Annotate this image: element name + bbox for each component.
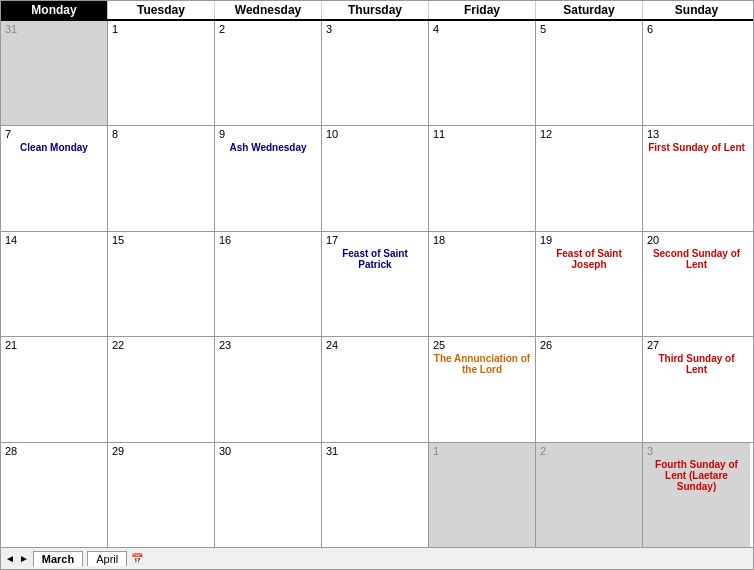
calendar-cell[interactable]: 9Ash Wednesday bbox=[215, 126, 322, 230]
calendar-event[interactable]: Feast of Saint Patrick bbox=[326, 248, 424, 270]
calendar-cell[interactable]: 10 bbox=[322, 126, 429, 230]
calendar-cell[interactable]: 31 bbox=[1, 21, 108, 125]
day-number: 29 bbox=[112, 445, 124, 457]
day-number: 1 bbox=[112, 23, 118, 35]
day-number: 6 bbox=[647, 23, 653, 35]
day-header-sunday: Sunday bbox=[643, 1, 750, 19]
calendar-header: MondayTuesdayWednesdayThursdayFridaySatu… bbox=[1, 1, 753, 21]
day-number: 22 bbox=[112, 339, 124, 351]
calendar-cell[interactable]: 17Feast of Saint Patrick bbox=[322, 232, 429, 336]
calendar-cell[interactable]: 19Feast of Saint Joseph bbox=[536, 232, 643, 336]
calendar-cell[interactable]: 24 bbox=[322, 337, 429, 441]
calendar-event[interactable]: The Annunciation of the Lord bbox=[433, 353, 531, 375]
day-number: 25 bbox=[433, 339, 445, 351]
prev-nav[interactable]: ◄ bbox=[5, 553, 15, 564]
calendar-event[interactable]: Fourth Sunday of Lent (Laetare Sunday) bbox=[647, 459, 746, 492]
day-number: 3 bbox=[647, 445, 653, 457]
calendar-event[interactable]: Second Sunday of Lent bbox=[647, 248, 746, 270]
calendar-event[interactable]: Third Sunday of Lent bbox=[647, 353, 746, 375]
day-number: 28 bbox=[5, 445, 17, 457]
calendar-cell[interactable]: 4 bbox=[429, 21, 536, 125]
next-nav[interactable]: ► bbox=[19, 553, 29, 564]
day-number: 21 bbox=[5, 339, 17, 351]
day-header-thursday: Thursday bbox=[322, 1, 429, 19]
calendar-cell[interactable]: 1 bbox=[108, 21, 215, 125]
day-number: 7 bbox=[5, 128, 11, 140]
calendar-cell[interactable]: 14 bbox=[1, 232, 108, 336]
day-number: 2 bbox=[540, 445, 546, 457]
day-number: 15 bbox=[112, 234, 124, 246]
calendar-cell[interactable]: 31 bbox=[322, 443, 429, 547]
calendar-footer: ◄ ► March April 📅 bbox=[1, 547, 753, 569]
day-number: 11 bbox=[433, 128, 445, 140]
day-header-wednesday: Wednesday bbox=[215, 1, 322, 19]
day-number: 14 bbox=[5, 234, 17, 246]
tab-april[interactable]: April bbox=[87, 551, 127, 566]
calendar-event[interactable]: First Sunday of Lent bbox=[647, 142, 746, 153]
calendar-cell[interactable]: 1 bbox=[429, 443, 536, 547]
calendar-cell[interactable]: 28 bbox=[1, 443, 108, 547]
day-header-tuesday: Tuesday bbox=[108, 1, 215, 19]
calendar-cell[interactable]: 29 bbox=[108, 443, 215, 547]
day-number: 8 bbox=[112, 128, 118, 140]
calendar-cell[interactable]: 26 bbox=[536, 337, 643, 441]
calendar-cell[interactable]: 12 bbox=[536, 126, 643, 230]
calendar-cell[interactable]: 25The Annunciation of the Lord bbox=[429, 337, 536, 441]
calendar-cell[interactable]: 15 bbox=[108, 232, 215, 336]
calendar-cell[interactable]: 22 bbox=[108, 337, 215, 441]
day-header-friday: Friday bbox=[429, 1, 536, 19]
calendar-cell[interactable]: 13First Sunday of Lent bbox=[643, 126, 750, 230]
day-number: 24 bbox=[326, 339, 338, 351]
day-number: 9 bbox=[219, 128, 225, 140]
day-header-monday: Monday bbox=[1, 1, 108, 19]
calendar-cell[interactable]: 16 bbox=[215, 232, 322, 336]
calendar-row-4: 28293031123Fourth Sunday of Lent (Laetar… bbox=[1, 443, 753, 547]
calendar-cell[interactable]: 23 bbox=[215, 337, 322, 441]
day-number: 12 bbox=[540, 128, 552, 140]
day-number: 31 bbox=[326, 445, 338, 457]
calendar-cell[interactable]: 8 bbox=[108, 126, 215, 230]
calendar-icon[interactable]: 📅 bbox=[131, 553, 143, 564]
calendar-event[interactable]: Ash Wednesday bbox=[219, 142, 317, 153]
day-number: 3 bbox=[326, 23, 332, 35]
day-number: 30 bbox=[219, 445, 231, 457]
calendar-cell[interactable]: 18 bbox=[429, 232, 536, 336]
calendar-cell[interactable]: 3 bbox=[322, 21, 429, 125]
tab-march[interactable]: March bbox=[33, 551, 83, 567]
calendar-cell[interactable]: 3Fourth Sunday of Lent (Laetare Sunday) bbox=[643, 443, 750, 547]
day-number: 26 bbox=[540, 339, 552, 351]
calendar-cell[interactable]: 30 bbox=[215, 443, 322, 547]
day-number: 27 bbox=[647, 339, 659, 351]
day-number: 31 bbox=[5, 23, 17, 35]
day-number: 10 bbox=[326, 128, 338, 140]
calendar-container: MondayTuesdayWednesdayThursdayFridaySatu… bbox=[0, 0, 754, 570]
day-number: 20 bbox=[647, 234, 659, 246]
calendar-cell[interactable]: 21 bbox=[1, 337, 108, 441]
calendar-row-3: 2122232425The Annunciation of the Lord26… bbox=[1, 337, 753, 442]
day-number: 2 bbox=[219, 23, 225, 35]
calendar-cell[interactable]: 27Third Sunday of Lent bbox=[643, 337, 750, 441]
day-number: 23 bbox=[219, 339, 231, 351]
day-number: 16 bbox=[219, 234, 231, 246]
calendar-row-2: 14151617Feast of Saint Patrick1819Feast … bbox=[1, 232, 753, 337]
calendar-event[interactable]: Clean Monday bbox=[5, 142, 103, 153]
calendar-cell[interactable]: 6 bbox=[643, 21, 750, 125]
calendar-cell[interactable]: 2 bbox=[215, 21, 322, 125]
calendar-cell[interactable]: 5 bbox=[536, 21, 643, 125]
calendar-cell[interactable]: 11 bbox=[429, 126, 536, 230]
day-number: 13 bbox=[647, 128, 659, 140]
day-number: 1 bbox=[433, 445, 439, 457]
calendar-row-1: 7Clean Monday89Ash Wednesday10111213Firs… bbox=[1, 126, 753, 231]
calendar-event[interactable]: Feast of Saint Joseph bbox=[540, 248, 638, 270]
day-header-saturday: Saturday bbox=[536, 1, 643, 19]
day-number: 17 bbox=[326, 234, 338, 246]
day-number: 4 bbox=[433, 23, 439, 35]
day-number: 19 bbox=[540, 234, 552, 246]
calendar-body: 311234567Clean Monday89Ash Wednesday1011… bbox=[1, 21, 753, 547]
calendar-cell[interactable]: 2 bbox=[536, 443, 643, 547]
day-number: 5 bbox=[540, 23, 546, 35]
calendar-cell[interactable]: 20Second Sunday of Lent bbox=[643, 232, 750, 336]
calendar-row-0: 31123456 bbox=[1, 21, 753, 126]
calendar-cell[interactable]: 7Clean Monday bbox=[1, 126, 108, 230]
day-number: 18 bbox=[433, 234, 445, 246]
